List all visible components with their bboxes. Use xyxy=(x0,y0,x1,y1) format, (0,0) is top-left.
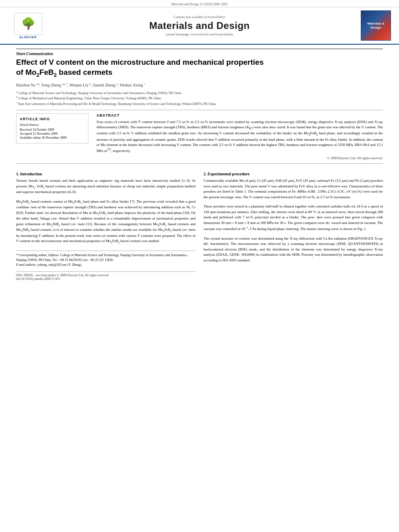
info-abstract-row: ARTICLE INFO Article history: Received 1… xyxy=(16,113,383,160)
copyright-line: © 2009 Elsevier Ltd. All rights reserved… xyxy=(97,156,383,160)
journal-title: Materials and Design xyxy=(48,20,351,31)
abstract-text: Four series of cermets with V content be… xyxy=(97,119,383,154)
footnote-area: * Corresponding author. Address: College… xyxy=(16,251,195,267)
affiliation-a: College of Materials Science and Technol… xyxy=(18,91,181,94)
experimental-para-3: The crystal structure of cermets was det… xyxy=(204,236,383,263)
journal-cover-area: Materials & Design xyxy=(351,10,391,41)
article-info-box: ARTICLE INFO Article history: Received 1… xyxy=(16,113,88,144)
elsevier-tree-icon: 🌳 xyxy=(21,18,35,29)
intro-col: 1. Introduction Ternary boride based cer… xyxy=(16,168,195,281)
journal-header: 🌳 ELSEVIER Contents lists available at S… xyxy=(0,7,399,45)
email-footnote: E-mail address: yzheng_only@263.net (Y. … xyxy=(16,263,195,267)
divider2 xyxy=(16,163,383,164)
journal-cover-image: Materials & Design xyxy=(361,10,391,41)
authors: Haizhou Yu a,b, Yong Zheng a,c,*, Wenjun… xyxy=(16,82,383,87)
intro-number: 1. xyxy=(16,172,19,176)
elsevier-logo: 🌳 ELSEVIER xyxy=(8,13,48,39)
available-date: Available online 26 November 2009 xyxy=(20,136,85,140)
affiliation-b: College of Mechanical and Materials Engi… xyxy=(18,97,161,100)
experimental-title: Experimental procedure xyxy=(208,172,249,176)
body-two-col: 1. Introduction Ternary boride based cer… xyxy=(16,168,383,281)
bottom-bar: 0261-3069/$ – see front matter © 2009 El… xyxy=(16,271,195,281)
article-info-heading: ARTICLE INFO xyxy=(20,117,85,121)
journal-header-center: Contents lists available at ScienceDirec… xyxy=(48,15,351,36)
elsevier-logo-area: 🌳 ELSEVIER xyxy=(8,13,48,39)
experimental-para-1: Commercially available Mo (4 μm), Cr (45… xyxy=(204,178,383,200)
article-info-col: ARTICLE INFO Article history: Received 1… xyxy=(16,113,88,160)
journal-top-bar: Materials and Design 31 (2010) 2680–2683 xyxy=(0,0,399,7)
experimental-col: 2. Experimental procedure Commercially a… xyxy=(204,168,383,281)
intro-para-1: Ternary boride based cermets and their a… xyxy=(16,178,195,195)
elsevier-name: ELSEVIER xyxy=(20,36,37,39)
experimental-para-2: These powders were mixed in a planetary … xyxy=(204,204,383,232)
page-wrapper: Materials and Design 31 (2010) 2680–2683… xyxy=(0,0,399,289)
experimental-section-title: 2. Experimental procedure xyxy=(204,172,383,176)
history-label: Article history: xyxy=(20,123,85,127)
content-area: Short Communication Effect of V content … xyxy=(0,45,399,289)
cover-title-text: Materials & Design xyxy=(363,22,389,29)
abstract-heading: ABSTRACT xyxy=(97,113,383,117)
article-title: Effect of V content on the microstructur… xyxy=(16,58,383,78)
abstract-section: ABSTRACT Four series of cermets with V c… xyxy=(97,113,383,160)
received-date: Received 14 October 2009 xyxy=(20,128,85,131)
affiliation-c: State Key Laboratory of Materials Proces… xyxy=(18,102,216,106)
accepted-date: Accepted 21 November 2009 xyxy=(20,132,85,136)
contents-note: Contents lists available at ScienceDirec… xyxy=(174,15,226,19)
intro-title: Introduction xyxy=(20,172,42,176)
intro-para-2: Mo2FeB2 based cermets consist of Mo2FeB2… xyxy=(16,199,195,244)
journal-homepage: journal homepage: www.elsevier.com/locat… xyxy=(48,33,351,36)
elsevier-logo-box: 🌳 xyxy=(14,13,42,35)
intro-section-title: 1. Introduction xyxy=(16,172,195,176)
body-content: 1. Introduction Ternary boride based cer… xyxy=(16,168,383,281)
experimental-number: 2. xyxy=(204,172,207,176)
article-type-label: Short Communication xyxy=(16,49,383,56)
journal-citation: Materials and Design 31 (2010) 2680–2683 xyxy=(171,2,228,6)
abstract-col: ABSTRACT Four series of cermets with V c… xyxy=(97,113,383,160)
sciencedirect-link[interactable]: Contents lists available at ScienceDirec… xyxy=(48,15,351,19)
affiliations: a College of Materials Science and Techn… xyxy=(16,90,383,107)
divider xyxy=(16,110,383,110)
issn-line: 0261-3069/$ – see front matter © 2009 El… xyxy=(16,273,195,277)
corresponding-footnote: * Corresponding author. Address: College… xyxy=(16,253,195,263)
doi-line: doi:10.1016/j.matdes.2009.11.051 xyxy=(16,277,195,281)
